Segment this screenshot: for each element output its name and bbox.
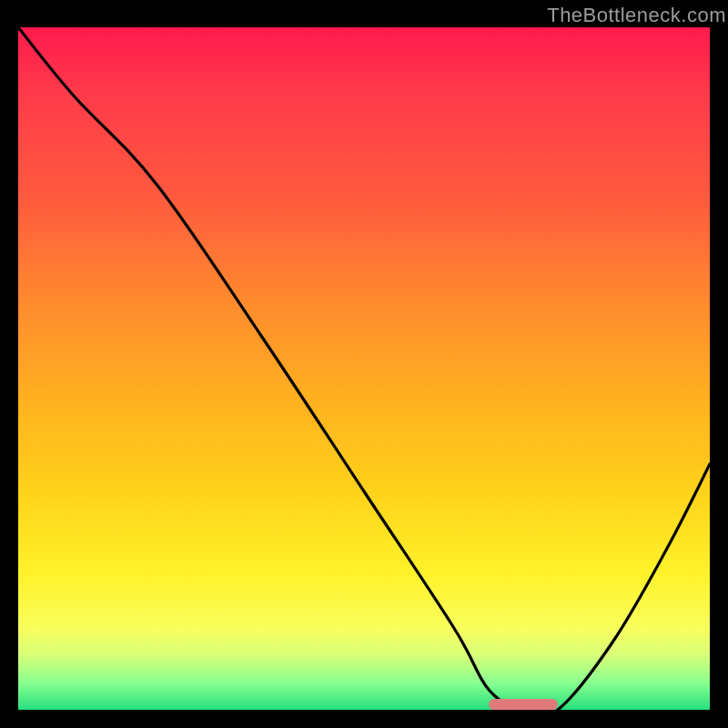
plot-area (18, 27, 710, 710)
chart-frame: TheBottleneck.com (0, 0, 728, 728)
watermark-text: TheBottleneck.com (547, 4, 726, 27)
optimal-range-marker (489, 699, 558, 710)
bottleneck-curve (18, 27, 710, 710)
